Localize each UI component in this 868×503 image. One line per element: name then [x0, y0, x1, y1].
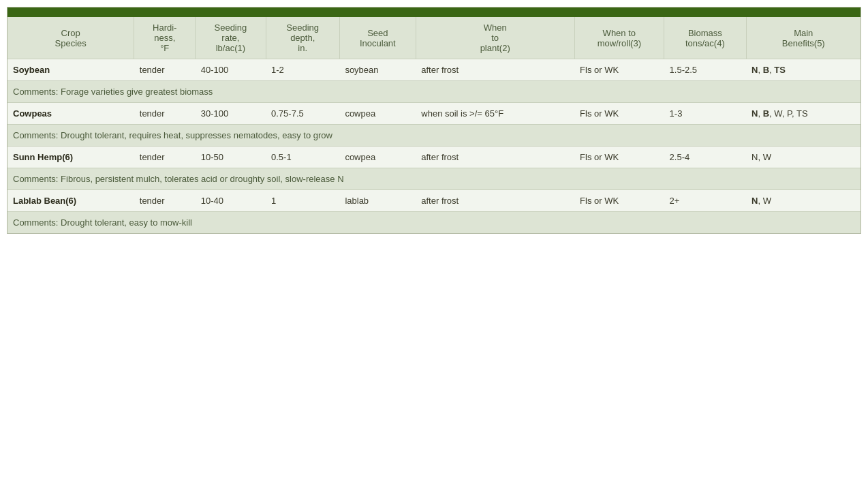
comment-row: Comments: Drought tolerant, requires hea…	[7, 125, 861, 147]
comment-row: Comments: Drought tolerant, easy to mow-…	[7, 212, 861, 234]
when-mow-cell: Fls or WK	[574, 59, 664, 81]
table-row: Lablab Bean(6)tender10-401lablabafter fr…	[7, 190, 861, 212]
col-crop-species: CropSpecies	[7, 17, 134, 59]
when-mow-cell: Fls or WK	[574, 190, 664, 212]
header-row: CropSpecies Hardi-ness,°F Seedingrate,lb…	[7, 17, 861, 59]
hardiness-cell: tender	[134, 147, 196, 168]
biomass-cell: 2.5-4	[664, 147, 746, 168]
table-row: Soybeantender40-1001-2soybeanafter frost…	[7, 59, 861, 81]
crop-name-cell: Lablab Bean(6)	[7, 190, 134, 212]
col-seed-inoculant: SeedInoculant	[339, 17, 416, 59]
when-plant-cell: when soil is >/= 65°F	[416, 103, 574, 125]
col-benefits: MainBenefits(5)	[746, 17, 861, 59]
col-seeding-rate: Seedingrate,lb/ac(1)	[196, 17, 266, 59]
seeding-rate-cell: 10-40	[196, 190, 266, 212]
biomass-cell: 1.5-2.5	[664, 59, 746, 81]
col-when-mow: When tomow/roll(3)	[574, 17, 664, 59]
seeding-rate-cell: 10-50	[196, 147, 266, 168]
crop-name-cell: Cowpeas	[7, 103, 134, 125]
table-wrapper: CropSpecies Hardi-ness,°F Seedingrate,lb…	[7, 7, 861, 234]
seeding-rate-cell: 30-100	[196, 103, 266, 125]
seeding-depth-cell: 0.75-7.5	[266, 103, 339, 125]
comment-cell: Comments: Forage varieties give greatest…	[7, 81, 861, 103]
col-seeding-depth: Seedingdepth,in.	[266, 17, 339, 59]
seeding-depth-cell: 1	[266, 190, 339, 212]
col-when-plant: Whentoplant(2)	[416, 17, 574, 59]
biomass-cell: 1-3	[664, 103, 746, 125]
col-hardiness: Hardi-ness,°F	[134, 17, 196, 59]
col-biomass: Biomasstons/ac(4)	[664, 17, 746, 59]
benefits-cell: N, B, TS	[746, 59, 861, 81]
inoculant-cell: cowpea	[339, 147, 416, 168]
comment-cell: Comments: Drought tolerant, easy to mow-…	[7, 212, 861, 234]
table-title	[7, 7, 861, 17]
crop-name-cell: Sunn Hemp(6)	[7, 147, 134, 168]
benefits-cell: N, W	[746, 190, 861, 212]
inoculant-cell: lablab	[339, 190, 416, 212]
when-plant-cell: after frost	[416, 59, 574, 81]
main-table: CropSpecies Hardi-ness,°F Seedingrate,lb…	[7, 17, 861, 233]
biomass-cell: 2+	[664, 190, 746, 212]
inoculant-cell: soybean	[339, 59, 416, 81]
benefits-cell: N, W	[746, 147, 861, 168]
hardiness-cell: tender	[134, 103, 196, 125]
crop-name-cell: Soybean	[7, 59, 134, 81]
when-plant-cell: after frost	[416, 147, 574, 168]
when-mow-cell: Fls or WK	[574, 147, 664, 168]
comment-row: Comments: Fibrous, persistent mulch, tol…	[7, 168, 861, 190]
seeding-depth-cell: 0.5-1	[266, 147, 339, 168]
hardiness-cell: tender	[134, 190, 196, 212]
comment-row: Comments: Forage varieties give greatest…	[7, 81, 861, 103]
seeding-rate-cell: 40-100	[196, 59, 266, 81]
comment-cell: Comments: Drought tolerant, requires hea…	[7, 125, 861, 147]
when-mow-cell: Fls or WK	[574, 103, 664, 125]
when-plant-cell: after frost	[416, 190, 574, 212]
inoculant-cell: cowpea	[339, 103, 416, 125]
seeding-depth-cell: 1-2	[266, 59, 339, 81]
comment-cell: Comments: Fibrous, persistent mulch, tol…	[7, 168, 861, 190]
table-body: Soybeantender40-1001-2soybeanafter frost…	[7, 59, 861, 234]
table-row: Cowpeastender30-1000.75-7.5cowpeawhen so…	[7, 103, 861, 125]
table-row: Sunn Hemp(6)tender10-500.5-1cowpeaafter …	[7, 147, 861, 168]
hardiness-cell: tender	[134, 59, 196, 81]
benefits-cell: N, B, W, P, TS	[746, 103, 861, 125]
